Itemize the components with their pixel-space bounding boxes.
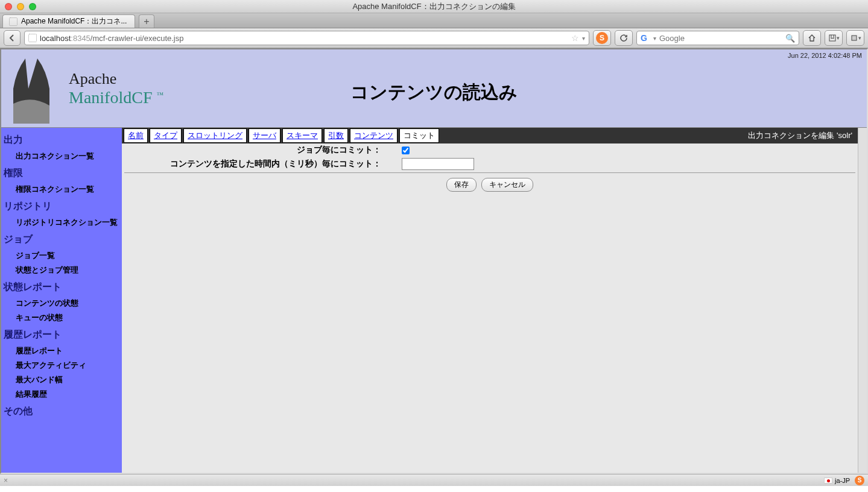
- search-magnifier-icon[interactable]: 🔍: [785, 34, 795, 43]
- window-zoom-button[interactable]: [29, 3, 36, 10]
- vertical-scrollbar[interactable]: [858, 128, 867, 473]
- nav-section-output: 出力: [1, 130, 122, 149]
- content-area: 名前 タイプ スロットリング サーバ スキーマ 引数 コンテンツ コミット 出力…: [122, 128, 858, 473]
- bookmark-star-icon[interactable]: ☆: [571, 33, 579, 43]
- tab-commits[interactable]: コミット: [399, 128, 439, 143]
- tab-favicon: [9, 17, 17, 26]
- nav-item-simple-history[interactable]: 履歴レポート: [1, 344, 122, 358]
- nav-section-authorities: 権限: [1, 163, 122, 182]
- back-button[interactable]: [4, 30, 21, 46]
- form-divider: [124, 172, 855, 173]
- window-close-button[interactable]: [5, 3, 12, 10]
- tab-arguments[interactable]: 引数: [324, 128, 348, 143]
- tab-documents[interactable]: コンテンツ: [350, 128, 398, 143]
- home-icon: [808, 34, 816, 42]
- nav-item-document-status[interactable]: コンテンツの状態: [1, 296, 122, 311]
- status-bar: × ja-JP S: [0, 474, 868, 486]
- browser-tab[interactable]: Apache ManifoldCF：出力コネ...: [2, 14, 135, 28]
- new-tab-button[interactable]: +: [139, 14, 154, 28]
- nav-section-misc: その他: [1, 402, 122, 420]
- content-tabs: 名前 タイプ スロットリング サーバ スキーマ 引数 コンテンツ コミット 出力…: [122, 128, 858, 144]
- form-area: ジョブ毎にコミット： コンテンツを指定した時間内（ミリ秒）毎にコミット： 保存 …: [122, 144, 858, 195]
- noscript-button[interactable]: S: [593, 30, 611, 46]
- sidebar: 出力 出力コネクション一覧 権限 権限コネクション一覧 リポジトリ リポジトリコ…: [1, 128, 122, 473]
- nav-item-queue-status[interactable]: キューの状態: [1, 311, 122, 325]
- reload-icon: [619, 34, 628, 42]
- tab-server[interactable]: サーバ: [249, 128, 280, 143]
- nav-section-repositories: リポジトリ: [1, 197, 122, 215]
- input-commit-within[interactable]: [402, 158, 474, 170]
- tab-name[interactable]: 名前: [124, 128, 148, 143]
- nav-item-authority-connections[interactable]: 権限コネクション一覧: [1, 182, 122, 197]
- bookmarks-button[interactable]: ▾: [825, 30, 843, 46]
- home-button[interactable]: [803, 30, 821, 46]
- save-button[interactable]: 保存: [446, 178, 477, 192]
- svg-text:G: G: [641, 33, 647, 43]
- nav-item-max-activity[interactable]: 最大アクティビティ: [1, 358, 122, 373]
- timestamp: Jun 22, 2012 4:02:48 PM: [788, 52, 862, 59]
- bookmarks-icon: [828, 34, 837, 42]
- search-engine-dropdown-icon[interactable]: ▾: [653, 35, 656, 42]
- app-banner: Apache ManifoldCF ™ コンテンツの読込み Jun 22, 20…: [1, 49, 867, 128]
- svg-rect-2: [852, 36, 857, 40]
- nav-section-jobs: ジョブ: [1, 230, 122, 248]
- url-dropdown-icon[interactable]: ▾: [582, 35, 585, 42]
- tab-schema[interactable]: スキーマ: [282, 128, 322, 143]
- url-field[interactable]: localhost:8345/mcf-crawler-ui/execute.js…: [24, 31, 589, 45]
- back-arrow-icon: [8, 34, 16, 42]
- nav-item-repository-connections[interactable]: リポジトリコネクション一覧: [1, 215, 122, 230]
- statusbar-close-icon[interactable]: ×: [4, 476, 8, 485]
- checkbox-commit-per-job[interactable]: [402, 147, 410, 154]
- manifoldcf-logo-icon: [7, 52, 63, 125]
- mac-titlebar: Apache ManifoldCF：出力コネクションの編集: [0, 0, 868, 13]
- browser-toolbar: localhost:8345/mcf-crawler-ui/execute.js…: [0, 28, 868, 48]
- google-icon: G: [641, 33, 650, 43]
- cancel-button[interactable]: キャンセル: [481, 178, 533, 192]
- logo-area: Apache ManifoldCF ™: [1, 49, 169, 127]
- locale-label: ja-JP: [835, 477, 850, 484]
- label-commit-within: コンテンツを指定した時間内（ミリ秒）毎にコミット：: [124, 159, 384, 169]
- window-minimize-button[interactable]: [17, 3, 24, 10]
- flag-jp-icon: [824, 478, 832, 484]
- tab-throttling[interactable]: スロットリング: [183, 128, 247, 143]
- nav-item-output-connections[interactable]: 出力コネクション一覧: [1, 149, 122, 163]
- url-text: localhost:8345/mcf-crawler-ui/execute.js…: [40, 34, 568, 43]
- nav-item-result-histogram[interactable]: 結果履歴: [1, 387, 122, 402]
- tab-type[interactable]: タイプ: [150, 128, 182, 143]
- label-commit-per-job: ジョブ毎にコミット：: [124, 145, 384, 156]
- window-title: Apache ManifoldCF：出力コネクションの編集: [0, 1, 868, 12]
- reload-button[interactable]: [615, 30, 633, 46]
- search-field[interactable]: G ▾ 🔍: [636, 31, 799, 45]
- edit-connection-label: 出力コネクションを編集 'solr': [748, 130, 856, 141]
- noscript-icon: S: [596, 32, 608, 44]
- logo-text-manifold: ManifoldCF ™: [69, 88, 163, 107]
- nav-item-max-bandwidth[interactable]: 最大バンド幅: [1, 373, 122, 387]
- browser-tabbar: Apache ManifoldCF：出力コネ... +: [0, 13, 868, 28]
- page-favicon: [28, 34, 37, 42]
- nav-item-job-list[interactable]: ジョブ一覧: [1, 248, 122, 263]
- extension-icon: [850, 34, 858, 42]
- search-input[interactable]: [659, 34, 782, 43]
- tab-title: Apache ManifoldCF：出力コネ...: [21, 16, 127, 27]
- nav-section-status-reports: 状態レポート: [1, 277, 122, 296]
- nav-item-job-status[interactable]: 状態とジョブ管理: [1, 263, 122, 277]
- nav-section-history-reports: 履歴レポート: [1, 325, 122, 344]
- logo-text-apache: Apache: [69, 70, 163, 88]
- noscript-status-icon[interactable]: S: [855, 476, 864, 485]
- extension-button[interactable]: ▾: [846, 30, 864, 46]
